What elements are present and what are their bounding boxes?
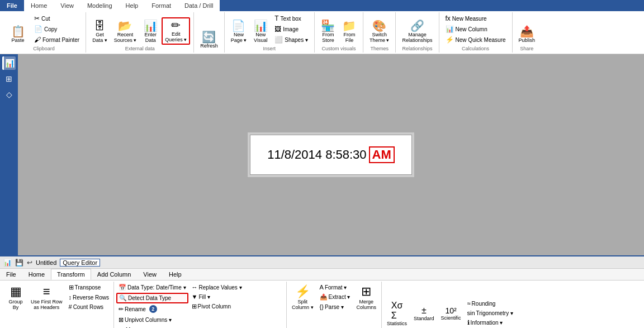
qe-tab-home[interactable]: Home: [22, 269, 51, 280]
shapes-icon: ⬜: [274, 36, 283, 44]
move-button[interactable]: ↔ Move ▾: [116, 325, 174, 328]
scientific-button[interactable]: 10² Scientific: [438, 305, 464, 322]
tab-home[interactable]: Home: [24, 0, 54, 11]
sidebar-icon-table[interactable]: ⊞: [2, 72, 16, 85]
scientific-icon: 10²: [445, 306, 456, 315]
external-data-items: 🗄 GetData ▾ 📂 RecentSources ▾ 📊 EnterDat…: [89, 13, 190, 45]
data-type-button[interactable]: 📅 Data Type: Date/Time ▾: [116, 283, 188, 292]
paste-button[interactable]: 📋 Paste: [6, 24, 30, 45]
image-button[interactable]: 🖼 Image: [272, 24, 311, 34]
cut-button[interactable]: ✂ Cut: [31, 13, 82, 23]
sidebar-icon-model[interactable]: ◇: [2, 88, 16, 101]
canvas-card: 11/8/2014 8:58:30 AM: [250, 135, 412, 175]
standard-button[interactable]: ± Standard: [411, 304, 437, 323]
tab-file[interactable]: File: [0, 0, 24, 11]
refresh-icon: 🔄: [202, 31, 216, 42]
ribbon: File Home View Modeling Help Format Data…: [0, 0, 644, 54]
qe-tab-view[interactable]: View: [137, 269, 163, 280]
get-data-button[interactable]: 🗄 GetData ▾: [89, 18, 110, 45]
tab-modeling[interactable]: Modeling: [80, 0, 119, 11]
format-icon: A: [320, 284, 324, 291]
new-visual-button[interactable]: 📊 NewVisual: [250, 18, 271, 45]
external-data-group-label: External data: [125, 46, 155, 51]
merge-columns-button[interactable]: ⊞ MergeColumns: [353, 283, 379, 312]
textbox-button[interactable]: T Text box: [272, 13, 311, 23]
transpose-icon: ⊞: [69, 284, 74, 291]
group-by-icon: ▦: [10, 284, 22, 299]
qe-tab-add-column[interactable]: Add Column: [91, 269, 138, 280]
unpivot-columns-icon: ⊠: [119, 316, 124, 324]
qe-tab-file[interactable]: File: [0, 269, 22, 280]
qe-titlebar: 📊 💾 ↩ Untitled Query Editor: [0, 256, 644, 269]
use-first-row-button[interactable]: ≡ Use First Rowas Headers: [28, 283, 65, 312]
manage-relationships-icon: 🔗: [410, 20, 424, 31]
new-page-button[interactable]: 📄 NewPage ▾: [228, 18, 250, 45]
copy-icon: 📄: [34, 25, 42, 33]
trigonometry-label: Trigonometry ▾: [476, 310, 513, 316]
recent-sources-label: RecentSources ▾: [114, 32, 137, 43]
count-rows-button[interactable]: # Count Rows: [67, 302, 112, 311]
rounding-label: Rounding: [472, 301, 496, 307]
recent-sources-button[interactable]: 📂 RecentSources ▾: [111, 18, 140, 45]
sidebar-icon-barchart[interactable]: 📊: [2, 56, 16, 70]
from-file-button[interactable]: 📁 FromFile: [339, 18, 359, 45]
canvas-datetime: 11/8/2014 8:58:30: [267, 148, 366, 162]
refresh-button[interactable]: 🔄 Refresh: [197, 30, 221, 50]
scientific-label: Scientific: [441, 315, 461, 321]
new-column-button[interactable]: 📊 New Column: [443, 24, 509, 34]
rename-icon: ✏: [119, 306, 124, 313]
transpose-button[interactable]: ⊞ Transpose: [67, 283, 112, 292]
fill-button[interactable]: ▼ Fill ▾: [190, 292, 244, 301]
qe-group-table: ▦ GroupBy ≡ Use First Rowas Headers ⊞ Tr…: [2, 282, 114, 328]
canvas-am-text: AM: [369, 146, 395, 163]
rounding-button[interactable]: ≈ Rounding: [465, 299, 515, 308]
from-store-button[interactable]: 🏪 FromStore: [318, 18, 338, 45]
edit-queries-button[interactable]: ✏ EditQueries ▾: [162, 17, 190, 45]
new-visual-label: NewVisual: [254, 32, 267, 43]
trigonometry-button[interactable]: sin Trigonometry ▾: [465, 308, 515, 317]
unpivot-columns-button[interactable]: ⊠ Unpivot Columns ▾: [116, 315, 174, 325]
group-by-label: GroupBy: [8, 299, 22, 310]
edit-queries-label: EditQueries ▾: [165, 31, 187, 42]
standard-label: Standard: [414, 316, 434, 321]
enter-data-button[interactable]: 📊 EnterData: [140, 18, 160, 45]
pivot-column-button[interactable]: ⊞ Pivot Column: [190, 302, 244, 311]
qe-text-column-items: ⚡ SplitColumn ▾ A Format ▾ 📤 Extract ▾ {…: [289, 283, 379, 328]
insert-small-buttons: T Text box 🖼 Image ⬜ Shapes ▾: [272, 13, 311, 45]
reverse-rows-button[interactable]: ↕ Reverse Rows: [67, 293, 112, 302]
publish-button[interactable]: 📤 Publish: [516, 24, 538, 45]
copy-button[interactable]: 📄 Copy: [31, 24, 82, 34]
manage-relationships-button[interactable]: 🔗 ManageRelationships: [399, 18, 435, 45]
information-button[interactable]: ℹ Information ▾: [465, 318, 515, 327]
group-by-button[interactable]: ▦ GroupBy: [4, 283, 27, 312]
tab-view[interactable]: View: [54, 0, 80, 11]
extract-button[interactable]: 📤 Extract ▾: [318, 292, 353, 302]
tab-help[interactable]: Help: [119, 0, 145, 11]
custom-visuals-group-label: Custom visuals: [321, 46, 356, 51]
replace-values-button[interactable]: ↔ Replace Values ▾: [190, 283, 244, 292]
new-measure-button[interactable]: fx New Measure: [443, 13, 509, 23]
image-label: Image: [283, 26, 299, 32]
qe-tab-transform[interactable]: Transform: [51, 269, 91, 280]
format-button[interactable]: A Format ▾: [318, 283, 353, 292]
qe-title-name: Untitled: [36, 259, 56, 266]
qe-tab-help[interactable]: Help: [163, 269, 188, 280]
tab-datadrill[interactable]: Data / Drill: [178, 0, 220, 11]
pivot-column-label: Pivot Column: [198, 303, 231, 310]
split-column-button[interactable]: ⚡ SplitColumn ▾: [289, 283, 316, 312]
share-group-label: Share: [520, 46, 533, 51]
statistics-button[interactable]: XσΣ Statistics: [384, 299, 410, 328]
paste-icon: 📋: [11, 26, 25, 37]
replace-values-label: Replace Values ▾: [199, 284, 242, 291]
detect-data-type-button[interactable]: 🔍 Detect Data Type: [116, 293, 188, 303]
standard-icon: ±: [422, 306, 427, 316]
parse-button[interactable]: {} Parse ▾: [318, 302, 353, 311]
tab-format[interactable]: Format: [145, 0, 178, 11]
format-painter-button[interactable]: 🖌 Format Painter: [31, 35, 82, 45]
any-col-left: 📅 Data Type: Date/Time ▾ 🔍 Detect Data T…: [116, 283, 188, 314]
shapes-button[interactable]: ⬜ Shapes ▾: [272, 35, 311, 45]
new-quick-measure-button[interactable]: ⚡ New Quick Measure: [443, 35, 509, 45]
qe-ribbon: ▦ GroupBy ≡ Use First Rowas Headers ⊞ Tr…: [0, 281, 644, 328]
switch-theme-button[interactable]: 🎨 SwitchTheme ▾: [367, 18, 392, 45]
rename-button[interactable]: ✏ Rename 2: [116, 304, 188, 314]
